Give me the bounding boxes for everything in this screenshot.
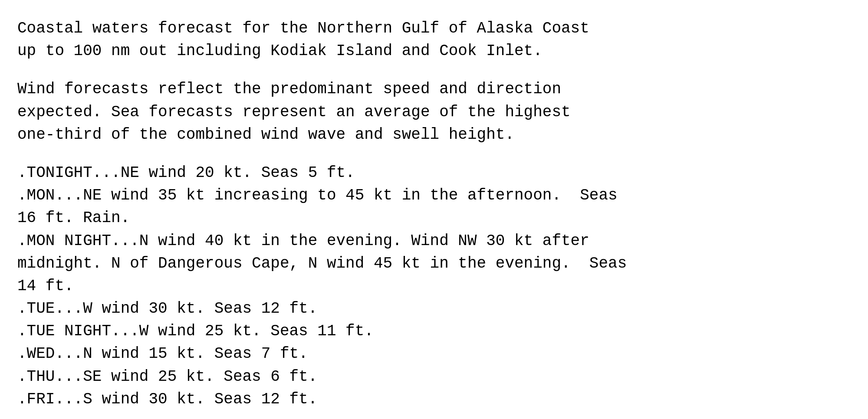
fri-forecast: .FRI...S wind 30 kt. Seas 12 ft. — [17, 388, 851, 411]
header-line-1: Coastal waters forecast for the Northern… — [17, 17, 851, 40]
header-paragraph: Coastal waters forecast for the Northern… — [17, 17, 851, 62]
mon-night-forecast-line2: midnight. N of Dangerous Cape, N wind 45… — [17, 252, 851, 275]
description-paragraph: Wind forecasts reflect the predominant s… — [17, 78, 851, 146]
description-line-1: Wind forecasts reflect the predominant s… — [17, 78, 851, 101]
mon-night-forecast-line1: .MON NIGHT...N wind 40 kt in the evening… — [17, 230, 851, 252]
description-line-2: expected. Sea forecasts represent an ave… — [17, 101, 851, 124]
forecast-container: Coastal waters forecast for the Northern… — [17, 17, 851, 411]
thu-forecast: .THU...SE wind 25 kt. Seas 6 ft. — [17, 366, 851, 388]
forecast-periods: .TONIGHT...NE wind 20 kt. Seas 5 ft. .MO… — [17, 162, 851, 411]
description-line-3: one-third of the combined wind wave and … — [17, 124, 851, 146]
tue-forecast: .TUE...W wind 30 kt. Seas 12 ft. — [17, 298, 851, 320]
wed-forecast: .WED...N wind 15 kt. Seas 7 ft. — [17, 343, 851, 365]
tonight-forecast: .TONIGHT...NE wind 20 kt. Seas 5 ft. — [17, 162, 851, 184]
mon-forecast-line1: .MON...NE wind 35 kt increasing to 45 kt… — [17, 184, 851, 207]
mon-night-forecast-line3: 14 ft. — [17, 275, 851, 298]
mon-forecast-line2: 16 ft. Rain. — [17, 207, 851, 229]
tue-night-forecast: .TUE NIGHT...W wind 25 kt. Seas 11 ft. — [17, 320, 851, 343]
header-line-2: up to 100 nm out including Kodiak Island… — [17, 40, 851, 62]
